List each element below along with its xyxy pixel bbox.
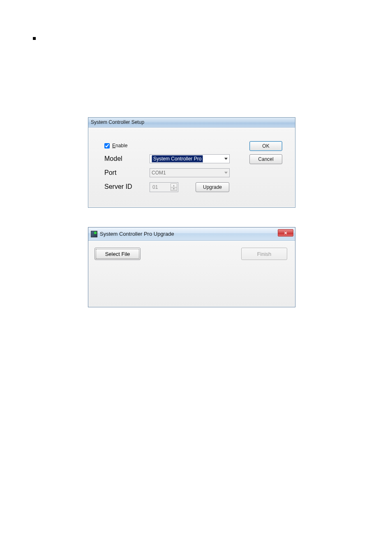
port-selected-value: COM1 <box>152 170 166 176</box>
enable-checkbox[interactable] <box>104 143 110 149</box>
upgrade-button[interactable]: Upgrade <box>196 182 229 192</box>
port-label: Port <box>104 169 148 176</box>
spinner-up-icon: ▲ <box>171 184 177 188</box>
system-controller-setup-dialog: System Controller Setup Enable Model Sys… <box>88 117 295 208</box>
ok-button[interactable]: OK <box>249 141 282 151</box>
dialog-body: Enable Model System Controller Pro Port … <box>88 128 295 207</box>
upgrade-body: Select File Finish <box>88 241 295 307</box>
enable-row: Enable <box>104 143 127 149</box>
port-dropdown: COM1 <box>150 168 230 177</box>
model-selected-value: System Controller Pro <box>152 155 203 162</box>
chevron-down-icon <box>224 158 228 160</box>
spinner-down-icon: ▼ <box>171 188 177 191</box>
serverid-spinner: 01 ▲ ▼ <box>150 182 178 192</box>
serverid-value: 01 <box>152 184 158 190</box>
spinner-buttons: ▲ ▼ <box>171 183 177 191</box>
model-row: Model <box>104 155 148 162</box>
finish-button: Finish <box>241 248 287 260</box>
enable-label[interactable]: Enable <box>112 143 127 149</box>
model-dropdown[interactable]: System Controller Pro <box>150 154 230 163</box>
serverid-row: Server ID <box>104 183 148 190</box>
close-button[interactable]: ✕ <box>278 229 293 237</box>
serverid-label: Server ID <box>104 183 148 190</box>
upgrade-title: System Controller Pro Upgrade <box>100 231 174 237</box>
app-icon <box>91 231 97 237</box>
dialog-titlebar: System Controller Setup <box>88 118 295 128</box>
dialog-title: System Controller Setup <box>91 119 144 125</box>
close-icon: ✕ <box>284 231 287 235</box>
upgrade-titlebar: System Controller Pro Upgrade ✕ <box>88 227 295 241</box>
model-label: Model <box>104 155 148 162</box>
chevron-down-icon <box>224 172 228 174</box>
cancel-button[interactable]: Cancel <box>249 154 282 164</box>
port-row: Port <box>104 169 148 176</box>
upgrade-dialog: System Controller Pro Upgrade ✕ Select F… <box>88 227 295 307</box>
select-file-button[interactable]: Select File <box>95 248 141 260</box>
bullet-icon <box>33 37 36 40</box>
